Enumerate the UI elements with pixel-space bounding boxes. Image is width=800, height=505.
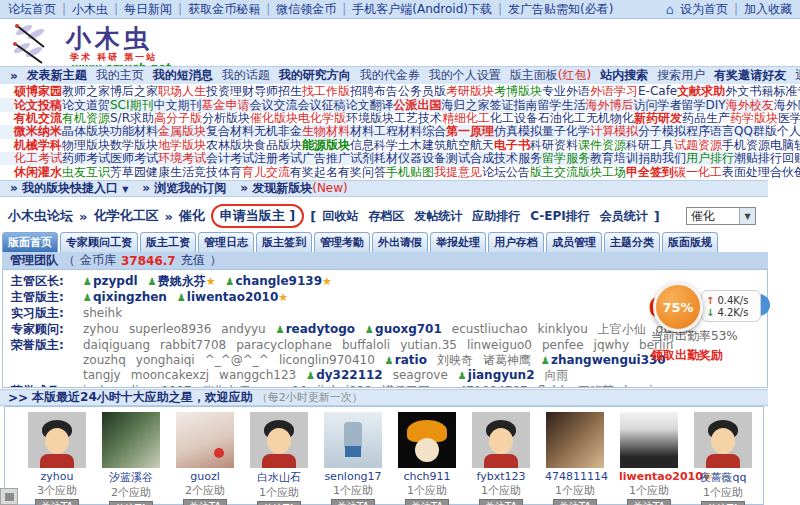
topbar-link[interactable]: 每日新闻 bbox=[124, 1, 172, 18]
board-link[interactable]: 课件资源 bbox=[578, 139, 626, 152]
breadcrumb-site-link[interactable]: 小木虫论坛 bbox=[8, 207, 73, 225]
helper-name-link[interactable]: 夜蔷薇qq bbox=[693, 470, 753, 485]
member-link[interactable]: zyhou bbox=[83, 322, 119, 337]
set-homepage-link[interactable]: 设为首页 bbox=[680, 1, 728, 18]
board-link[interactable]: S/R求助 bbox=[110, 112, 154, 125]
board-link[interactable]: 有机交流 bbox=[14, 112, 62, 125]
board-link[interactable]: 公派出国 bbox=[394, 99, 442, 112]
helper-name-link[interactable]: senlong17 bbox=[323, 470, 383, 483]
avatar[interactable] bbox=[694, 412, 752, 468]
board-link[interactable]: 留学服务 bbox=[542, 152, 590, 165]
board-link[interactable]: 第一原理 bbox=[446, 125, 494, 138]
board-link[interactable]: 地学版块 bbox=[158, 139, 206, 152]
tab-4[interactable]: 管理日志 bbox=[198, 232, 254, 252]
user-action-link[interactable]: 我的研究方向 bbox=[279, 67, 351, 84]
avatar[interactable] bbox=[398, 412, 456, 468]
board-link[interactable]: 微米纳米 bbox=[14, 125, 62, 138]
member-link[interactable]: andyyu bbox=[221, 322, 265, 337]
member-link[interactable]: linweiguo0 bbox=[467, 338, 532, 353]
tab-1[interactable]: 版面首页 bbox=[2, 232, 58, 252]
tab-2[interactable]: 专家顾问工资 bbox=[60, 232, 138, 252]
member-link[interactable]: 王晓萌 bbox=[578, 384, 614, 388]
board-link[interactable]: 外文书籍 bbox=[725, 85, 773, 98]
board-link[interactable]: 广告推广 bbox=[302, 152, 350, 165]
board-link[interactable]: 药品生产 bbox=[682, 112, 730, 125]
board-link[interactable]: 捐助我们 bbox=[638, 152, 686, 165]
member-link[interactable]: flylrh bbox=[538, 384, 568, 388]
board-link[interactable]: 医师考试 bbox=[110, 152, 158, 165]
member-link[interactable]: wanggch123 bbox=[219, 368, 296, 383]
board-tool-link[interactable]: C-EPI排行 bbox=[530, 208, 590, 225]
member-link[interactable]: jinkai838 bbox=[317, 384, 372, 388]
board-link[interactable]: 找工作版 bbox=[302, 85, 350, 98]
board-link[interactable]: 留学生活 bbox=[538, 99, 586, 112]
board-link[interactable]: 有奖起名 bbox=[290, 166, 338, 179]
my-subscriptions-link[interactable]: » 浏览我的订阅 bbox=[142, 180, 226, 197]
board-link[interactable]: 公务员版 bbox=[398, 85, 446, 98]
board-link[interactable]: 导师招生 bbox=[254, 85, 302, 98]
helper-name-link[interactable]: 汐蓝溪谷 bbox=[101, 470, 161, 485]
board-link[interactable]: 考研版块 bbox=[446, 85, 494, 98]
member-link[interactable]: ♟guoxg701 bbox=[365, 322, 442, 337]
member-link[interactable]: 上官小仙 bbox=[598, 322, 646, 337]
member-link[interactable]: penfee bbox=[542, 338, 584, 353]
user-action-link[interactable]: 站内搜索 bbox=[600, 67, 648, 84]
board-link[interactable]: 博后之家 bbox=[110, 85, 158, 98]
avatar[interactable] bbox=[620, 412, 678, 468]
board-link[interactable]: 回贴排行 bbox=[782, 152, 800, 165]
board-link[interactable]: 潮贴排行 bbox=[734, 152, 782, 165]
add-favorite-link[interactable]: 加入收藏 bbox=[744, 1, 792, 18]
member-link[interactable]: 向雨 bbox=[544, 368, 568, 383]
board-link[interactable]: 招聘布告 bbox=[350, 85, 398, 98]
tab-5[interactable]: 版主签到 bbox=[256, 232, 312, 252]
board-link[interactable]: 高分子版 bbox=[154, 112, 202, 125]
board-tool-link[interactable]: 发帖统计 bbox=[414, 208, 462, 225]
discover-boards-link[interactable]: » 发现新版块(New) bbox=[240, 180, 348, 197]
helper-name-link[interactable]: 白水山石 bbox=[249, 470, 309, 485]
board-link[interactable]: 论文投稿 bbox=[14, 99, 62, 112]
board-link[interactable]: 外语学习 bbox=[590, 85, 638, 98]
board-link[interactable]: 药学版块 bbox=[730, 112, 778, 125]
board-link[interactable]: 分子模拟 bbox=[638, 125, 686, 138]
tab-11[interactable]: 主题分类 bbox=[604, 232, 660, 252]
board-link[interactable]: 海外校友 bbox=[726, 99, 774, 112]
user-action-link[interactable]: 我的代金券 bbox=[360, 67, 420, 84]
topbar-link[interactable]: 论坛首页 bbox=[8, 1, 56, 18]
member-link[interactable]: liang8887 bbox=[132, 384, 192, 388]
topbar-link[interactable]: 获取金币秘籍 bbox=[188, 1, 260, 18]
board-link[interactable]: 基金申请 bbox=[202, 99, 250, 112]
board-link[interactable]: 科研资料 bbox=[530, 139, 578, 152]
board-link[interactable]: 教育培训 bbox=[590, 152, 638, 165]
board-jump-select[interactable]: 催化 ▼ bbox=[686, 207, 756, 225]
user-action-link[interactable]: 发表新主题 bbox=[27, 67, 87, 84]
board-link[interactable]: 海外博后 bbox=[586, 99, 634, 112]
board-link[interactable]: 中文期刊 bbox=[154, 99, 202, 112]
board-link[interactable]: 石油化工 bbox=[538, 112, 586, 125]
member-link[interactable]: rabbit7708 bbox=[160, 338, 226, 353]
tab-3[interactable]: 版主工资 bbox=[140, 232, 196, 252]
member-link[interactable]: 刘映奇 bbox=[437, 353, 473, 368]
member-link[interactable]: yutian.35 bbox=[400, 338, 457, 353]
member-link[interactable]: seagrove bbox=[393, 368, 448, 383]
member-link[interactable]: 诺伊田园 bbox=[382, 384, 430, 388]
board-link[interactable]: 精细化工 bbox=[442, 112, 490, 125]
board-link[interactable]: 手机贴图 bbox=[386, 166, 434, 179]
follow-button[interactable]: 关注TA bbox=[331, 499, 375, 505]
board-link[interactable]: 量子化学 bbox=[542, 125, 590, 138]
board-link[interactable]: 食品版块 bbox=[254, 139, 302, 152]
board-link[interactable]: 试题资源 bbox=[674, 139, 722, 152]
member-link[interactable]: ♟qixingzhen bbox=[83, 290, 167, 305]
board-link[interactable]: 药师考试 bbox=[62, 152, 110, 165]
board-link[interactable]: 能源版块 bbox=[302, 139, 350, 152]
avatar[interactable] bbox=[546, 412, 604, 468]
back-to-top-widget[interactable] bbox=[0, 488, 18, 505]
helper-name-link[interactable]: fybxt123 bbox=[471, 470, 531, 483]
follow-button[interactable]: 关注TA bbox=[479, 499, 523, 505]
board-link[interactable]: 论文翻译 bbox=[346, 99, 394, 112]
apply-moderator-link-circled[interactable]: 申请当版主 ] bbox=[211, 204, 304, 228]
board-link[interactable]: 有奖问答 bbox=[338, 166, 386, 179]
board-link[interactable]: 无机非金 bbox=[254, 125, 302, 138]
tab-9[interactable]: 用户存档 bbox=[488, 232, 544, 252]
user-action-link[interactable]: 我的主页 bbox=[96, 67, 144, 84]
board-link[interactable]: 有机资源 bbox=[62, 112, 110, 125]
